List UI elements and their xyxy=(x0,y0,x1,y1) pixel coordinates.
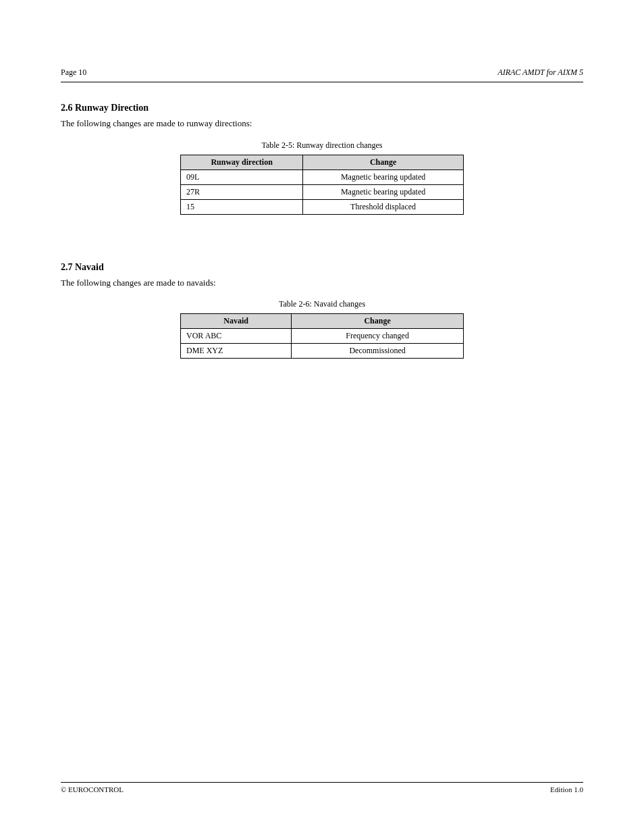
section-intro-runway: The following changes are made to runway… xyxy=(61,118,583,130)
section-intro-navaid: The following changes are made to navaid… xyxy=(61,277,583,289)
table-cell: Magnetic bearing updated xyxy=(303,170,464,184)
table-header-cell: Navaid xyxy=(181,314,292,329)
table-header-cell: Runway direction xyxy=(181,155,303,170)
footer-left: © EUROCONTROL xyxy=(61,785,124,793)
section-title-runway: 2.6 Runway Direction xyxy=(61,103,583,113)
footer-right: Edition 1.0 xyxy=(550,785,583,793)
table-runway: Runway direction Change 09L Magnetic bea… xyxy=(180,155,464,215)
page-header: Page 10 AIRAC AMDT for AIXM 5 xyxy=(61,68,583,78)
header-rule xyxy=(61,82,583,82)
table-navaid: Navaid Change VOR ABC Frequency changed … xyxy=(180,313,464,359)
page-footer: © EUROCONTROL Edition 1.0 xyxy=(61,777,583,793)
header-right: AIRAC AMDT for AIXM 5 xyxy=(498,68,583,78)
table-header-row: Navaid Change xyxy=(181,314,464,329)
page: Page 10 AIRAC AMDT for AIXM 5 2.6 Runway… xyxy=(0,0,644,834)
table-cell: 27R xyxy=(181,184,303,199)
footer-text-row: © EUROCONTROL Edition 1.0 xyxy=(61,785,583,793)
table-header-row: Runway direction Change xyxy=(181,155,464,170)
table-cell: 15 xyxy=(181,199,303,214)
table-row: VOR ABC Frequency changed xyxy=(181,329,464,344)
table-cell: Magnetic bearing updated xyxy=(303,184,464,199)
table-cell: Threshold displaced xyxy=(303,199,464,214)
header-left: Page 10 xyxy=(61,68,86,78)
table-row: 27R Magnetic bearing updated xyxy=(181,184,464,199)
section-title-navaid: 2.7 Navaid xyxy=(61,262,583,273)
table-row: 09L Magnetic bearing updated xyxy=(181,170,464,184)
table-caption-navaid: Table 2-6: Navaid changes xyxy=(61,299,583,309)
table-header-cell: Change xyxy=(292,314,464,329)
table-cell: VOR ABC xyxy=(181,329,292,344)
table-row: DME XYZ Decommissioned xyxy=(181,344,464,359)
table-row: 15 Threshold displaced xyxy=(181,199,464,214)
footer-rule xyxy=(61,782,583,783)
table-header-cell: Change xyxy=(303,155,464,170)
table-cell: DME XYZ xyxy=(181,344,292,359)
table-cell: Decommissioned xyxy=(292,344,464,359)
spacer xyxy=(61,221,583,249)
table-cell: 09L xyxy=(181,170,303,184)
table-caption-runway: Table 2-5: Runway direction changes xyxy=(61,140,583,151)
table-cell: Frequency changed xyxy=(292,329,464,344)
